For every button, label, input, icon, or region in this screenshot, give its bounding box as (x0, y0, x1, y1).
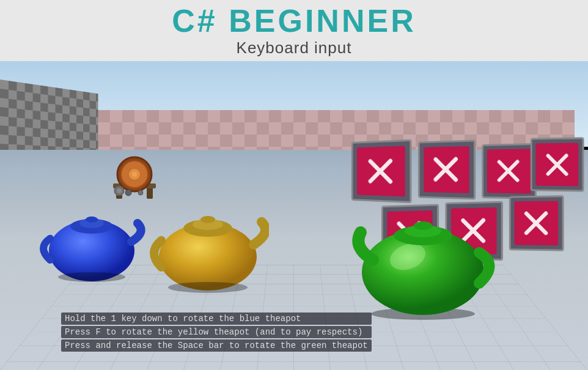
teapot-yellow (147, 199, 269, 297)
svg-point-19 (200, 216, 215, 223)
svg-point-10 (138, 190, 143, 195)
crate-face-1 (357, 146, 405, 197)
app: C# BEGINNER Keyboard input (0, 0, 588, 370)
teapot-green-svg (344, 199, 502, 321)
deco-object (104, 153, 165, 202)
crate-1 (351, 139, 412, 204)
instruction-1: Hold the 1 key down to rotate the blue t… (61, 313, 372, 325)
crate-7 (509, 195, 564, 251)
svg-point-6 (132, 172, 137, 177)
scene: Hold the 1 key down to rotate the blue t… (0, 61, 588, 370)
teapot-blue (37, 205, 147, 284)
svg-point-14 (86, 216, 98, 223)
crate-3 (482, 143, 537, 199)
teapot-yellow-svg (147, 199, 269, 297)
svg-point-15 (58, 272, 125, 282)
crate-face-3 (487, 149, 531, 194)
teapot-blue-svg (37, 205, 147, 284)
crate-2 (418, 139, 476, 199)
deco-svg (104, 153, 165, 202)
svg-point-8 (117, 188, 122, 193)
instruction-2: Press F to rotate the yellow theapot (an… (61, 326, 372, 338)
svg-point-9 (125, 190, 131, 196)
page-subtitle: Keyboard input (237, 39, 352, 57)
instruction-3: Press and release the Space bar to rotat… (61, 339, 372, 352)
teapot-green (344, 199, 502, 321)
svg-point-20 (168, 282, 248, 293)
crate-face-2 (424, 146, 469, 194)
crate-face-6 (536, 143, 579, 187)
text-overlay: Hold the 1 key down to rotate the blue t… (61, 313, 372, 352)
crate-6 (531, 137, 584, 191)
crate-face-7 (515, 201, 558, 245)
header: C# BEGINNER Keyboard input (0, 0, 588, 61)
svg-point-26 (414, 221, 432, 230)
page-title: C# BEGINNER (172, 4, 416, 39)
